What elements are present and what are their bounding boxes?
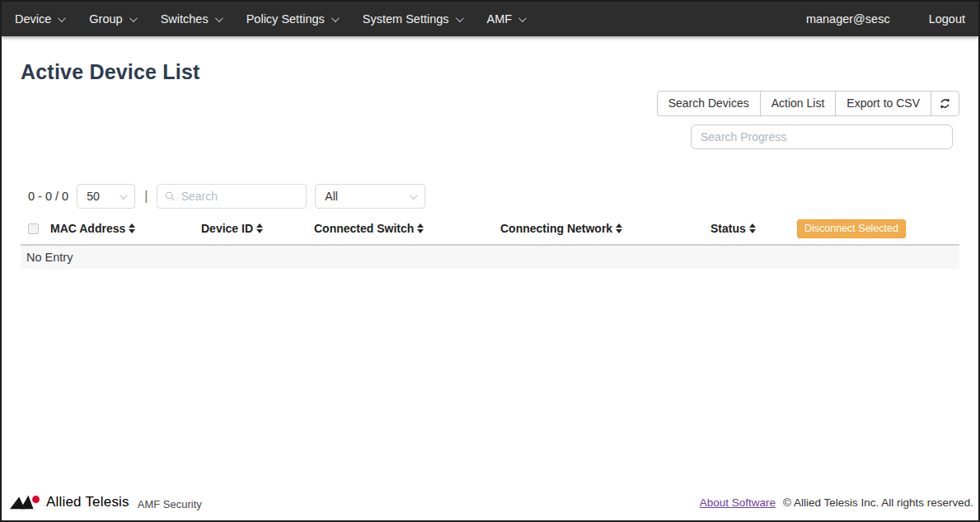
product-name: AMF Security bbox=[138, 495, 202, 510]
filter-value: All bbox=[325, 190, 338, 203]
table-search-input[interactable] bbox=[181, 190, 299, 203]
logged-in-user: manager@sesc bbox=[806, 12, 890, 26]
disconnect-selected-button[interactable]: Disconnect Selected bbox=[797, 219, 906, 238]
column-header-status[interactable]: Status bbox=[710, 222, 797, 235]
chevron-down-icon bbox=[129, 14, 138, 22]
nav-menu-device[interactable]: Device bbox=[15, 12, 63, 26]
sort-icon[interactable] bbox=[616, 223, 622, 233]
chevron-down-icon bbox=[215, 14, 223, 22]
copyright-text: © Allied Telesis Inc. All rights reserve… bbox=[783, 496, 973, 509]
page-title: Active Device List bbox=[21, 60, 959, 84]
page-size-select[interactable]: 50 bbox=[77, 184, 135, 209]
sort-icon[interactable] bbox=[256, 223, 263, 233]
app-window: Device Group Switches Policy Settings Sy… bbox=[0, 0, 980, 522]
brand-name: Allied Telesis bbox=[46, 494, 129, 510]
refresh-button[interactable] bbox=[931, 91, 959, 116]
chevron-down-icon bbox=[58, 14, 66, 22]
table-empty-row: No Entry bbox=[21, 244, 959, 269]
nav-label: Group bbox=[89, 12, 122, 26]
nav-menu-switches[interactable]: Switches bbox=[161, 12, 221, 26]
nav-label: Switches bbox=[161, 12, 209, 26]
toolbar-button-group: Search Devices Action List Export to CSV bbox=[657, 91, 959, 116]
sort-icon[interactable] bbox=[129, 223, 135, 233]
toolbar: Search Devices Action List Export to CSV bbox=[21, 91, 959, 149]
chevron-down-icon bbox=[456, 14, 464, 22]
footer: Allied Telesis AMF Security About Softwa… bbox=[2, 487, 978, 520]
select-all-checkbox[interactable] bbox=[28, 223, 39, 234]
column-header-device-id[interactable]: Device ID bbox=[201, 222, 314, 235]
column-header-connecting-network[interactable]: Connecting Network bbox=[500, 222, 710, 235]
nav-label: Device bbox=[15, 12, 51, 26]
allied-telesis-logo bbox=[10, 494, 41, 511]
search-icon bbox=[165, 190, 175, 202]
main-content: Active Device List Search Devices Action… bbox=[2, 36, 978, 487]
device-table-header: MAC Address Device ID Connected Switch C… bbox=[21, 218, 959, 239]
chevron-down-icon bbox=[331, 14, 340, 22]
chevron-down-icon bbox=[518, 14, 527, 22]
nav-menu-group[interactable]: Group bbox=[89, 12, 134, 26]
nav-label: System Settings bbox=[363, 12, 449, 26]
refresh-icon bbox=[939, 97, 951, 110]
empty-text: No Entry bbox=[26, 251, 73, 264]
action-list-button[interactable]: Action List bbox=[760, 91, 837, 116]
sort-icon[interactable] bbox=[749, 223, 756, 233]
column-header-mac-address[interactable]: MAC Address bbox=[50, 222, 201, 235]
nav-label: AMF bbox=[487, 12, 513, 26]
nav-menu-amf[interactable]: AMF bbox=[487, 12, 525, 26]
export-to-csv-button[interactable]: Export to CSV bbox=[835, 91, 931, 116]
nav-menu-system-settings[interactable]: System Settings bbox=[363, 12, 462, 26]
list-controls: 0 - 0 / 0 50 | All bbox=[21, 184, 959, 209]
status-filter-select[interactable]: All bbox=[315, 184, 425, 209]
nav-label: Policy Settings bbox=[246, 12, 325, 26]
table-search-box bbox=[157, 184, 307, 209]
nav-menu-policy-settings[interactable]: Policy Settings bbox=[246, 12, 337, 26]
search-devices-button[interactable]: Search Devices bbox=[657, 91, 761, 116]
pagination-range: 0 - 0 / 0 bbox=[28, 190, 68, 203]
controls-divider: | bbox=[144, 189, 148, 204]
chevron-down-icon bbox=[120, 191, 128, 200]
chevron-down-icon bbox=[410, 191, 418, 200]
page-size-value: 50 bbox=[87, 190, 100, 203]
sort-icon[interactable] bbox=[417, 223, 424, 233]
about-software-link[interactable]: About Software bbox=[700, 496, 776, 509]
column-header-connected-switch[interactable]: Connected Switch bbox=[314, 222, 500, 235]
logout-button[interactable]: Logout bbox=[929, 12, 965, 26]
search-progress-input[interactable] bbox=[691, 125, 953, 149]
top-nav: Device Group Switches Policy Settings Sy… bbox=[2, 2, 978, 36]
